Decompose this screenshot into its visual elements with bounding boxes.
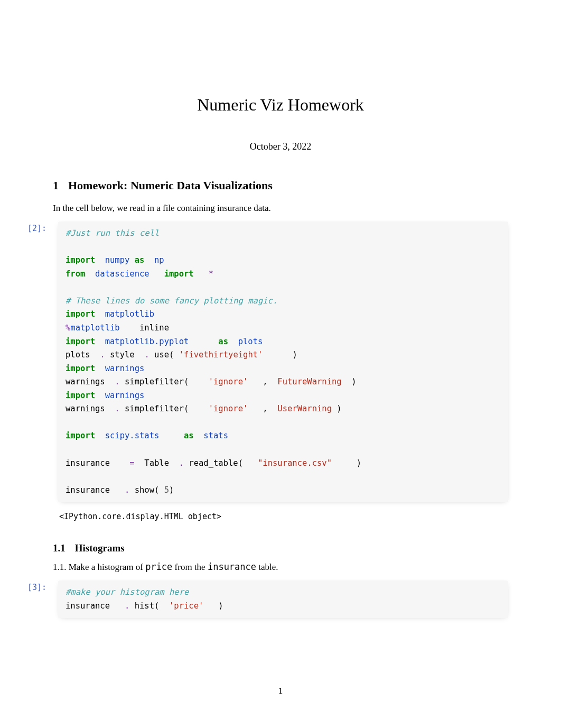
code-dot: . — [100, 350, 105, 360]
document-date: October 3, 2022 — [53, 141, 508, 152]
code-keyword: as — [184, 431, 194, 440]
section-1-heading: 1Homework: Numeric Data Visualizations — [53, 179, 508, 192]
task-mid: from the — [175, 562, 205, 572]
cell-2-output: <IPython.core.display.HTML object> — [59, 512, 508, 521]
code-string: 'fivethirtyeight' — [179, 350, 263, 360]
code-token: Table — [144, 458, 169, 468]
task-suffix: table. — [258, 562, 278, 572]
subsection-1-1-task: 1.1. Make a histogram of price from the … — [53, 561, 508, 573]
section-1-intro: In the cell below, we read in a file con… — [53, 203, 508, 214]
document-title: Numeric Viz Homework — [53, 95, 508, 115]
section-1-title: Homework: Numeric Data Visualizations — [68, 179, 273, 192]
code-keyword: import — [66, 309, 95, 319]
code-alias: stats — [203, 431, 228, 440]
code-token: insurance — [66, 458, 110, 468]
code-token: ) — [357, 458, 361, 468]
code-string: 'ignore' — [209, 404, 248, 413]
code-keyword: import — [164, 269, 194, 279]
code-keyword: import — [66, 431, 95, 440]
code-token: warnings — [66, 404, 105, 413]
cell-3-code: #make your histogram here insurance . hi… — [58, 580, 508, 618]
code-module: warnings — [105, 364, 145, 373]
code-module: matplotlib.pyplot — [105, 337, 189, 346]
task-code-price: price — [145, 561, 172, 572]
code-dot: . — [179, 458, 184, 468]
subsection-1-1-number: 1.1 — [53, 542, 66, 554]
code-keyword: import — [66, 364, 95, 373]
code-eq: = — [129, 458, 134, 468]
cell-2-prompt: [2]: — [27, 224, 46, 233]
code-magic-pct: % — [66, 323, 70, 333]
code-cell-3: [3]: #make your histogram here insurance… — [58, 580, 508, 618]
code-warning: UserWarning — [277, 404, 332, 413]
task-prefix: 1.1. Make a histogram of — [53, 562, 143, 572]
code-dot: . — [144, 350, 149, 360]
code-token: , — [263, 377, 267, 386]
code-module: numpy — [105, 255, 130, 265]
code-cell-2: [2]: #Just run this cell import numpy as… — [58, 222, 508, 502]
code-keyword: as — [218, 337, 228, 346]
code-comment: #make your histogram here — [66, 587, 189, 597]
code-alias: plots — [238, 337, 263, 346]
code-token: plots — [66, 350, 90, 360]
code-keyword: as — [135, 255, 145, 265]
code-alias: np — [154, 255, 164, 265]
code-token: show( — [135, 485, 160, 495]
subsection-1-1-title: Histograms — [75, 542, 125, 554]
code-token: ) — [351, 377, 356, 386]
code-string: 'price' — [169, 601, 203, 611]
code-module: scipy.stats — [105, 431, 160, 440]
code-keyword: import — [66, 391, 95, 400]
code-keyword: import — [66, 337, 95, 346]
code-token: simplefilter( — [125, 377, 189, 386]
code-string: 'ignore' — [209, 377, 248, 386]
code-dot: . — [125, 601, 129, 611]
code-token: simplefilter( — [125, 404, 189, 413]
code-token: warnings — [66, 377, 105, 386]
code-string: "insurance.csv" — [258, 458, 332, 468]
code-token: ) — [336, 404, 341, 413]
code-dot: . — [115, 377, 119, 386]
code-magic: matplotlib — [70, 323, 119, 333]
code-token: hist( — [135, 601, 160, 611]
code-comment: # These lines do some fancy plotting mag… — [66, 296, 277, 306]
code-token: style — [110, 350, 135, 360]
subsection-1-1-heading: 1.1Histograms — [53, 542, 508, 554]
code-module: warnings — [105, 391, 145, 400]
task-code-insurance: insurance — [208, 561, 256, 572]
code-dot: . — [125, 485, 129, 495]
code-token: use( — [154, 350, 174, 360]
code-warning: FutureWarning — [277, 377, 341, 386]
cell-2-code: #Just run this cell import numpy as np f… — [58, 222, 508, 502]
code-keyword: from — [66, 269, 85, 279]
code-keyword: import — [66, 255, 95, 265]
page-number: 1 — [0, 686, 561, 696]
code-number: 5 — [164, 485, 169, 495]
code-token: insurance — [66, 485, 110, 495]
code-module: matplotlib — [105, 309, 154, 319]
code-token: , — [263, 404, 267, 413]
code-token: ) — [218, 601, 223, 611]
code-comment: #Just run this cell — [66, 228, 159, 238]
code-dot: . — [115, 404, 119, 413]
code-star: * — [209, 269, 213, 279]
section-1-number: 1 — [53, 179, 59, 192]
cell-3-prompt: [3]: — [27, 583, 46, 592]
code-token: insurance — [66, 601, 110, 611]
code-module: datascience — [95, 269, 149, 279]
code-token: ) — [169, 485, 174, 495]
code-token: ) — [292, 350, 297, 360]
code-token: read_table( — [189, 458, 243, 468]
